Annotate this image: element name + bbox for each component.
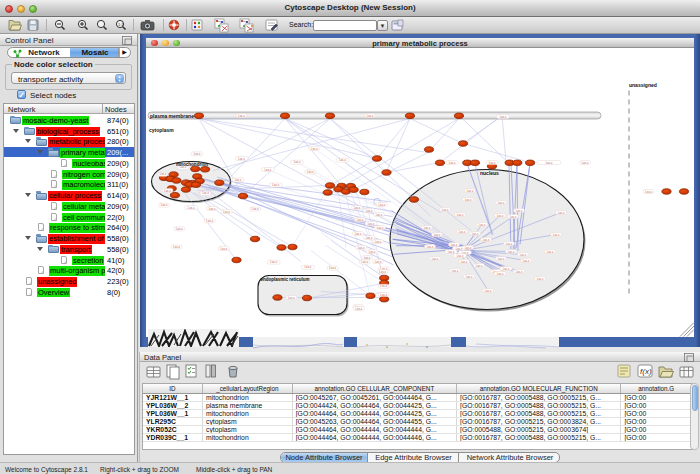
svg-text:Lxx-x: Lxx-x: [500, 114, 507, 118]
svg-text:Lxx-x: Lxx-x: [483, 237, 490, 241]
svg-text:Lxx-x: Lxx-x: [311, 146, 318, 150]
svg-text:Lxx-x: Lxx-x: [506, 241, 513, 245]
svg-text:Lxx-x: Lxx-x: [451, 242, 458, 246]
svg-text:Lxx-x: Lxx-x: [307, 170, 314, 174]
svg-text:Lxx-x: Lxx-x: [220, 246, 227, 250]
svg-text:Lxx-x: Lxx-x: [432, 256, 439, 260]
svg-text:Lxx-x: Lxx-x: [194, 151, 201, 155]
svg-text:Lxx-x: Lxx-x: [380, 284, 387, 288]
svg-text:Lxx-x: Lxx-x: [489, 160, 496, 164]
svg-text:Lxx-x: Lxx-x: [366, 208, 373, 212]
svg-text:Lxx-x: Lxx-x: [161, 203, 168, 207]
svg-text:Lxx-x: Lxx-x: [558, 210, 565, 214]
svg-text:Lxx-x: Lxx-x: [270, 260, 277, 264]
svg-text:1:1: 1:1: [118, 22, 124, 27]
svg-text:Lxx-x: Lxx-x: [645, 189, 652, 193]
svg-text:Lxx-x: Lxx-x: [339, 158, 346, 162]
svg-text:Lxx-x: Lxx-x: [457, 212, 464, 216]
svg-text:Lxx-x: Lxx-x: [288, 295, 295, 299]
svg-text:Lxx-x: Lxx-x: [582, 160, 589, 164]
svg-text:Lxx-x: Lxx-x: [367, 113, 374, 117]
svg-text:Lxx-x: Lxx-x: [461, 259, 468, 263]
svg-text:Lxx-x: Lxx-x: [252, 207, 259, 211]
svg-text:Lxx-x: Lxx-x: [357, 217, 364, 221]
svg-text:Lxx-x: Lxx-x: [329, 266, 336, 270]
svg-text:Lxx-x: Lxx-x: [238, 113, 245, 117]
svg-text:Lxx-x: Lxx-x: [354, 205, 361, 209]
svg-text:Lxx-x: Lxx-x: [356, 306, 363, 310]
svg-text:Lxx-x: Lxx-x: [378, 202, 385, 206]
svg-text:Lxx-x: Lxx-x: [459, 229, 466, 233]
svg-text:Lxx-x: Lxx-x: [377, 225, 384, 229]
svg-text:Lxx-x: Lxx-x: [465, 245, 472, 249]
svg-text:Lxx-x: Lxx-x: [375, 259, 382, 263]
svg-text:Lxx-x: Lxx-x: [547, 249, 554, 253]
svg-text:Lxx-x: Lxx-x: [160, 172, 167, 176]
svg-text:Lxx-x: Lxx-x: [361, 260, 368, 264]
svg-text:Lxx-x: Lxx-x: [375, 239, 382, 243]
svg-text:Lxx-x: Lxx-x: [380, 292, 387, 296]
svg-text:Lxx-x: Lxx-x: [434, 232, 441, 236]
svg-text:Lxx-x: Lxx-x: [498, 256, 505, 260]
svg-text:nucleus: nucleus: [480, 169, 499, 175]
svg-text:Lxx-x: Lxx-x: [369, 249, 376, 253]
svg-text:Lxx-x: Lxx-x: [520, 252, 527, 256]
svg-text:Lxx-x: Lxx-x: [364, 255, 371, 259]
svg-text:Lxx-x: Lxx-x: [188, 205, 195, 209]
svg-text:Lxx-x: Lxx-x: [206, 219, 213, 223]
svg-text:Lxx-x: Lxx-x: [485, 288, 492, 292]
svg-text:Lxx-x: Lxx-x: [235, 178, 242, 182]
svg-text:Lxx-x: Lxx-x: [379, 269, 386, 273]
svg-text:Lxx-x: Lxx-x: [498, 200, 505, 204]
svg-text:Lxx-x: Lxx-x: [516, 208, 523, 212]
svg-text:Lxx-x: Lxx-x: [173, 245, 180, 249]
svg-text:Lxx-x: Lxx-x: [294, 160, 301, 164]
svg-text:Lxx-x: Lxx-x: [508, 249, 515, 253]
svg-text:Lxx-x: Lxx-x: [202, 191, 209, 195]
svg-text:Lxx-x: Lxx-x: [355, 231, 362, 235]
svg-text:Lxx-x: Lxx-x: [510, 214, 517, 218]
svg-text:Lxx-x: Lxx-x: [209, 206, 216, 210]
svg-text:Lxx-x: Lxx-x: [516, 269, 523, 273]
svg-text:endoplasmic reticulum: endoplasmic reticulum: [261, 277, 310, 282]
svg-text:Lxx-x: Lxx-x: [424, 225, 431, 229]
svg-text:Lxx-x: Lxx-x: [176, 226, 183, 230]
svg-text:Lxx-x: Lxx-x: [442, 207, 449, 211]
svg-text:Lxx-x: Lxx-x: [503, 266, 510, 270]
svg-text:Lxx-x: Lxx-x: [466, 274, 473, 278]
svg-text:Lxx-x: Lxx-x: [164, 188, 171, 192]
svg-text:Lxx-x: Lxx-x: [223, 209, 230, 213]
svg-text:Lxx-x: Lxx-x: [553, 232, 560, 236]
svg-text:cytoplasm: cytoplasm: [149, 126, 174, 132]
svg-text:Lxx-x: Lxx-x: [238, 156, 245, 160]
svg-text:Lxx-x: Lxx-x: [497, 271, 504, 275]
svg-text:Lxx-x: Lxx-x: [497, 213, 504, 217]
svg-text:Lxx-x: Lxx-x: [479, 222, 486, 226]
svg-text:unassigned: unassigned: [629, 81, 657, 87]
svg-text:Lxx-x: Lxx-x: [427, 244, 434, 248]
svg-text:Lxx-x: Lxx-x: [476, 263, 483, 267]
svg-text:Lxx-x: Lxx-x: [366, 235, 373, 239]
svg-text:f(x): f(x): [640, 367, 652, 376]
svg-text:Lxx-x: Lxx-x: [376, 212, 383, 216]
svg-text:Lxx-x: Lxx-x: [546, 160, 553, 164]
svg-text:Lxx-x: Lxx-x: [472, 231, 479, 235]
svg-text:Lxx-x: Lxx-x: [264, 167, 271, 171]
svg-text:Lxx-x: Lxx-x: [368, 221, 375, 225]
svg-text:Lxx-x: Lxx-x: [448, 249, 455, 253]
svg-text:Lxx-x: Lxx-x: [465, 197, 472, 201]
svg-text:Lxx-x: Lxx-x: [358, 245, 365, 249]
svg-text:Lxx-x: Lxx-x: [452, 268, 459, 272]
svg-text:Lxx-x: Lxx-x: [272, 183, 279, 187]
svg-text:Lxx-x: Lxx-x: [467, 188, 474, 192]
svg-text:Lxx-x: Lxx-x: [537, 276, 544, 280]
svg-text:Lxx-x: Lxx-x: [449, 160, 456, 164]
svg-text:Lxx-x: Lxx-x: [305, 265, 312, 269]
svg-text:mitochondrion: mitochondrion: [176, 162, 208, 167]
svg-text:Lxx-x: Lxx-x: [457, 253, 464, 257]
svg-text:Lxx-x: Lxx-x: [523, 258, 530, 262]
svg-text:plasma membrane: plasma membrane: [150, 112, 194, 118]
